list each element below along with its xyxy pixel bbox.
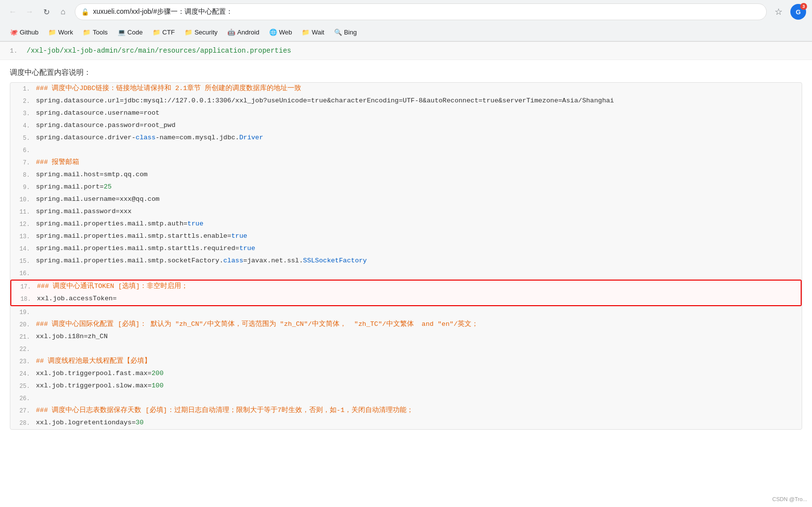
profile-avatar[interactable]: G 3: [790, 4, 806, 20]
code-part: xxl.job.logretentiondays=: [36, 419, 136, 426]
line-number: 22.: [16, 343, 30, 355]
code-part: 100: [152, 382, 163, 389]
line-content: [36, 306, 796, 318]
bookmark-web[interactable]: 🌐 Web: [265, 27, 296, 38]
bing-icon: 🔍: [334, 29, 342, 36]
code-part: spring.mail.properties.mail.smtp.auth=: [36, 220, 187, 227]
code-part: Driver: [239, 134, 263, 141]
url-text: xuxueli.com/xxl-job/#步骤一：调度中心配置：: [93, 7, 760, 16]
code-part: 25: [104, 183, 112, 190]
code-line: 2.spring.datasource.url=jdbc:mysql://127…: [10, 95, 802, 107]
forward-button[interactable]: →: [23, 5, 36, 19]
code-part: class: [223, 257, 244, 264]
line-content: xxl.job.accessToken=: [37, 293, 795, 305]
code-part: ### 调度中心日志表数据保存天数 [必填]：过期日志自动清理；限制大于等于7时…: [36, 407, 413, 414]
code-part: ### 报警邮箱: [36, 158, 79, 166]
bookmark-code[interactable]: 💻 Code: [114, 27, 147, 38]
line-number: 28.: [16, 417, 30, 429]
wait-icon: 📁: [302, 29, 310, 36]
bookmark-label: Tools: [93, 29, 107, 36]
code-part: spring.mail.password=xxx: [36, 208, 131, 215]
code-part: spring.datasource.url=jdbc:mysql://127.0…: [36, 97, 614, 104]
code-line: 28.xxl.job.logretentiondays=30: [10, 417, 802, 429]
bookmark-ctf[interactable]: 📁 CTF: [149, 27, 179, 38]
bookmark-android[interactable]: 🤖 Android: [223, 27, 263, 38]
code-line: 11.spring.mail.password=xxx: [10, 206, 802, 218]
line-number: 4.: [16, 120, 30, 132]
bookmark-label: Github: [20, 29, 38, 36]
code-part: spring.mail.port=: [36, 183, 104, 190]
code-line: 18.xxl.job.accessToken=: [11, 293, 801, 305]
line-number: 15.: [16, 255, 30, 267]
code-part: spring.mail.properties.mail.smtp.starttl…: [36, 232, 231, 240]
section-heading: 调度中心配置内容说明：: [0, 60, 812, 82]
home-button[interactable]: ⌂: [56, 5, 70, 19]
line-content: [36, 144, 796, 156]
line-number: 7.: [16, 157, 30, 169]
bookmark-github[interactable]: 🐙 Github: [6, 27, 42, 38]
line-number: 12.: [16, 218, 30, 230]
github-icon: 🐙: [10, 29, 18, 36]
line-content: spring.mail.host=smtp.qq.com: [36, 169, 796, 181]
code-line: 6.: [10, 144, 802, 157]
code-line: 14.spring.mail.properties.mail.smtp.star…: [10, 243, 802, 255]
address-bar[interactable]: 🔓 xuxueli.com/xxl-job/#步骤一：调度中心配置：: [75, 3, 767, 20]
security-icon: 🔓: [81, 8, 89, 16]
line-content: ### 调度中心JDBC链接：链接地址请保持和 2.1章节 所创建的调度数据库的…: [36, 83, 796, 95]
code-line: 21.xxl.job.i18n=zh_CN: [10, 331, 802, 343]
code-line: 26.: [10, 392, 802, 405]
line-content: spring.datasource.url=jdbc:mysql://127.0…: [36, 95, 796, 107]
line-number: 6.: [16, 144, 30, 157]
browser-toolbar: ← → ↻ ⌂ 🔓 xuxueli.com/xxl-job/#步骤一：调度中心配…: [0, 0, 812, 24]
line-content: spring.datasource.password=root_pwd: [36, 120, 796, 131]
code-part: xxl.job.i18n=zh_CN: [36, 333, 108, 340]
line-content: [36, 392, 796, 404]
security-bookmark-icon: 📁: [185, 29, 192, 36]
line-number: 18.: [17, 293, 31, 305]
code-part: ### 调度中心通讯TOKEN [选填]：非空时启用；: [37, 283, 188, 290]
line-number: 26.: [16, 392, 30, 405]
page-content: 1. /xxl-job/xxl-job-admin/src/main/resou…: [0, 42, 812, 430]
bookmark-bing[interactable]: 🔍 Bing: [330, 27, 361, 38]
line-content: xxl.job.i18n=zh_CN: [36, 331, 796, 343]
bookmark-security[interactable]: 📁 Security: [181, 27, 221, 38]
line-number: 21.: [16, 331, 30, 343]
back-button[interactable]: ←: [6, 5, 20, 19]
ctf-icon: 📁: [153, 29, 160, 36]
code-line: 23.## 调度线程池最大线程配置【必填】: [10, 355, 802, 368]
bookmark-star-button[interactable]: ☆: [772, 5, 785, 19]
profile-area: G 3: [790, 4, 806, 20]
code-line: 8.spring.mail.host=smtp.qq.com: [10, 169, 802, 181]
code-line: 22.: [10, 343, 802, 355]
line-content: spring.mail.username=xxx@qq.com: [36, 193, 796, 205]
code-line: 3.spring.datasource.username=root: [10, 107, 802, 120]
code-part: true: [187, 220, 203, 227]
code-line: 16.: [10, 267, 802, 280]
line-content: spring.datasource.driver-class-name=com.…: [36, 132, 796, 144]
bookmark-label: Bing: [344, 29, 357, 36]
bookmark-label: Security: [194, 29, 218, 36]
line-content: spring.datasource.username=root: [36, 107, 796, 119]
line-number: 10.: [16, 193, 30, 206]
line-number: 3.: [16, 107, 30, 120]
reload-button[interactable]: ↻: [39, 5, 53, 19]
bookmark-tools[interactable]: 📁 Tools: [79, 27, 111, 38]
line-number: 24.: [16, 368, 30, 380]
nav-buttons: ← → ↻ ⌂: [6, 5, 70, 19]
code-line: 13.spring.mail.properties.mail.smtp.star…: [10, 230, 802, 243]
code-part: 200: [152, 370, 163, 377]
bookmark-work[interactable]: 📁 Work: [44, 27, 77, 38]
line-content: spring.mail.properties.mail.smtp.starttl…: [36, 230, 796, 242]
line-content: spring.mail.password=xxx: [36, 206, 796, 218]
code-part: spring.datasource.driver-: [36, 134, 136, 141]
code-part: xxl.job.accessToken=: [37, 295, 117, 302]
code-part: xxl.job.triggerpool.fast.max=: [36, 370, 152, 377]
bookmark-wait[interactable]: 📁 Wait: [298, 27, 328, 38]
line-content: spring.mail.properties.mail.smtp.socketF…: [36, 255, 796, 267]
bookmarks-bar: 🐙 Github 📁 Work 📁 Tools 💻 Code 📁 CTF 📁 S…: [0, 24, 812, 41]
line-content: spring.mail.properties.mail.smtp.starttl…: [36, 243, 796, 254]
code-line: 24.xxl.job.triggerpool.fast.max=200: [10, 368, 802, 380]
line-content: ### 调度中心通讯TOKEN [选填]：非空时启用；: [37, 281, 795, 292]
bookmark-label: Work: [58, 29, 73, 36]
line-number: 9.: [16, 181, 30, 193]
